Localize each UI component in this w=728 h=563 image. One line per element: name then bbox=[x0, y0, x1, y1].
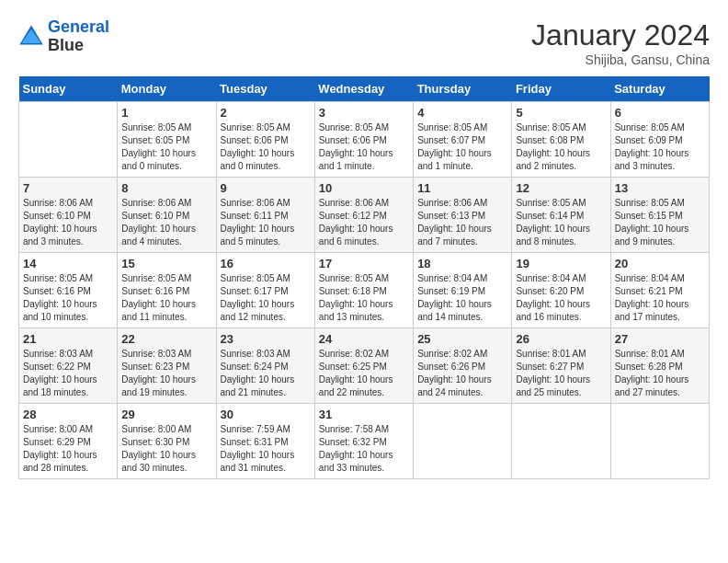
day-number: 21 bbox=[23, 332, 113, 346]
day-number: 17 bbox=[319, 257, 409, 270]
day-info: Sunrise: 8:03 AM Sunset: 6:22 PM Dayligh… bbox=[23, 348, 113, 399]
day-number: 7 bbox=[23, 181, 113, 195]
calendar-cell: 13Sunrise: 8:05 AM Sunset: 6:15 PM Dayli… bbox=[610, 178, 709, 253]
day-number: 23 bbox=[221, 332, 311, 346]
logo: General Blue bbox=[18, 18, 109, 55]
day-info: Sunrise: 8:05 AM Sunset: 6:17 PM Dayligh… bbox=[221, 272, 311, 324]
day-number: 10 bbox=[319, 181, 409, 195]
day-number: 11 bbox=[417, 181, 507, 195]
day-number: 29 bbox=[121, 408, 211, 421]
calendar-cell: 1Sunrise: 8:05 AM Sunset: 6:05 PM Daylig… bbox=[118, 102, 216, 178]
day-number: 9 bbox=[221, 181, 311, 195]
calendar-cell: 2Sunrise: 8:05 AM Sunset: 6:06 PM Daylig… bbox=[216, 102, 314, 178]
day-info: Sunrise: 8:01 AM Sunset: 6:28 PM Dayligh… bbox=[615, 348, 705, 399]
logo-icon bbox=[18, 24, 44, 50]
day-info: Sunrise: 8:04 AM Sunset: 6:19 PM Dayligh… bbox=[417, 272, 507, 324]
calendar-cell: 12Sunrise: 8:05 AM Sunset: 6:14 PM Dayli… bbox=[512, 178, 610, 253]
calendar-cell: 16Sunrise: 8:05 AM Sunset: 6:17 PM Dayli… bbox=[216, 253, 314, 328]
logo-line1: General bbox=[48, 17, 109, 36]
day-info: Sunrise: 8:05 AM Sunset: 6:08 PM Dayligh… bbox=[516, 121, 606, 173]
calendar-table: SundayMondayTuesdayWednesdayThursdayFrid… bbox=[18, 76, 710, 479]
header-cell-thursday: Thursday bbox=[414, 76, 512, 102]
header-cell-sunday: Sunday bbox=[19, 76, 118, 102]
calendar-cell: 24Sunrise: 8:02 AM Sunset: 6:25 PM Dayli… bbox=[314, 328, 413, 404]
header-cell-saturday: Saturday bbox=[610, 76, 709, 102]
logo-text: General Blue bbox=[48, 18, 109, 55]
calendar-cell: 28Sunrise: 8:00 AM Sunset: 6:29 PM Dayli… bbox=[19, 404, 118, 479]
header-row: SundayMondayTuesdayWednesdayThursdayFrid… bbox=[19, 76, 710, 102]
day-info: Sunrise: 8:04 AM Sunset: 6:21 PM Dayligh… bbox=[615, 272, 705, 324]
calendar-cell: 22Sunrise: 8:03 AM Sunset: 6:23 PM Dayli… bbox=[118, 328, 216, 404]
svg-marker-1 bbox=[22, 29, 41, 42]
day-number: 14 bbox=[23, 257, 113, 270]
day-number: 12 bbox=[516, 181, 606, 195]
day-info: Sunrise: 8:06 AM Sunset: 6:11 PM Dayligh… bbox=[221, 197, 311, 248]
day-number: 8 bbox=[121, 181, 211, 195]
day-info: Sunrise: 8:05 AM Sunset: 6:18 PM Dayligh… bbox=[319, 272, 409, 324]
day-info: Sunrise: 8:04 AM Sunset: 6:20 PM Dayligh… bbox=[516, 272, 606, 324]
day-info: Sunrise: 8:03 AM Sunset: 6:23 PM Dayligh… bbox=[121, 348, 211, 399]
day-info: Sunrise: 8:05 AM Sunset: 6:07 PM Dayligh… bbox=[417, 121, 507, 173]
day-info: Sunrise: 8:05 AM Sunset: 6:09 PM Dayligh… bbox=[615, 121, 705, 173]
day-number: 15 bbox=[121, 257, 211, 270]
day-info: Sunrise: 8:05 AM Sunset: 6:15 PM Dayligh… bbox=[615, 197, 705, 248]
week-row-3: 14Sunrise: 8:05 AM Sunset: 6:16 PM Dayli… bbox=[19, 253, 710, 328]
day-number: 22 bbox=[121, 332, 211, 346]
calendar-cell: 17Sunrise: 8:05 AM Sunset: 6:18 PM Dayli… bbox=[314, 253, 413, 328]
week-row-1: 1Sunrise: 8:05 AM Sunset: 6:05 PM Daylig… bbox=[19, 102, 710, 178]
calendar-cell: 29Sunrise: 8:00 AM Sunset: 6:30 PM Dayli… bbox=[118, 404, 216, 479]
day-info: Sunrise: 8:05 AM Sunset: 6:06 PM Dayligh… bbox=[319, 121, 409, 173]
page-header: General Blue January 2024 Shijiba, Gansu… bbox=[18, 18, 710, 67]
calendar-subtitle: Shijiba, Gansu, China bbox=[531, 52, 710, 67]
calendar-cell: 8Sunrise: 8:06 AM Sunset: 6:10 PM Daylig… bbox=[118, 178, 216, 253]
calendar-cell: 14Sunrise: 8:05 AM Sunset: 6:16 PM Dayli… bbox=[19, 253, 118, 328]
calendar-cell bbox=[610, 404, 709, 479]
day-number: 19 bbox=[516, 257, 606, 270]
calendar-cell: 7Sunrise: 8:06 AM Sunset: 6:10 PM Daylig… bbox=[19, 178, 118, 253]
day-number: 24 bbox=[319, 332, 409, 346]
calendar-cell: 30Sunrise: 7:59 AM Sunset: 6:31 PM Dayli… bbox=[216, 404, 314, 479]
day-number: 13 bbox=[615, 181, 705, 195]
header-cell-monday: Monday bbox=[118, 76, 216, 102]
day-info: Sunrise: 8:02 AM Sunset: 6:25 PM Dayligh… bbox=[319, 348, 409, 399]
day-info: Sunrise: 8:05 AM Sunset: 6:14 PM Dayligh… bbox=[516, 197, 606, 248]
calendar-cell: 15Sunrise: 8:05 AM Sunset: 6:16 PM Dayli… bbox=[118, 253, 216, 328]
day-info: Sunrise: 8:06 AM Sunset: 6:10 PM Dayligh… bbox=[23, 197, 113, 248]
day-info: Sunrise: 8:06 AM Sunset: 6:10 PM Dayligh… bbox=[121, 197, 211, 248]
title-block: January 2024 Shijiba, Gansu, China bbox=[531, 18, 710, 67]
day-number: 3 bbox=[319, 106, 409, 120]
header-cell-friday: Friday bbox=[512, 76, 610, 102]
day-info: Sunrise: 7:59 AM Sunset: 6:31 PM Dayligh… bbox=[221, 423, 311, 475]
calendar-cell: 27Sunrise: 8:01 AM Sunset: 6:28 PM Dayli… bbox=[610, 328, 709, 404]
calendar-cell bbox=[512, 404, 610, 479]
day-number: 26 bbox=[516, 332, 606, 346]
day-info: Sunrise: 8:01 AM Sunset: 6:27 PM Dayligh… bbox=[516, 348, 606, 399]
day-info: Sunrise: 8:06 AM Sunset: 6:13 PM Dayligh… bbox=[417, 197, 507, 248]
day-number: 20 bbox=[615, 257, 705, 270]
day-number: 28 bbox=[23, 408, 113, 421]
calendar-cell: 18Sunrise: 8:04 AM Sunset: 6:19 PM Dayli… bbox=[414, 253, 512, 328]
calendar-cell bbox=[19, 102, 118, 178]
day-number: 4 bbox=[417, 106, 507, 120]
calendar-cell: 10Sunrise: 8:06 AM Sunset: 6:12 PM Dayli… bbox=[314, 178, 413, 253]
calendar-cell: 4Sunrise: 8:05 AM Sunset: 6:07 PM Daylig… bbox=[414, 102, 512, 178]
week-row-4: 21Sunrise: 8:03 AM Sunset: 6:22 PM Dayli… bbox=[19, 328, 710, 404]
calendar-cell: 31Sunrise: 7:58 AM Sunset: 6:32 PM Dayli… bbox=[314, 404, 413, 479]
day-info: Sunrise: 8:05 AM Sunset: 6:16 PM Dayligh… bbox=[23, 272, 113, 324]
day-number: 16 bbox=[221, 257, 311, 270]
calendar-cell: 21Sunrise: 8:03 AM Sunset: 6:22 PM Dayli… bbox=[19, 328, 118, 404]
calendar-cell: 25Sunrise: 8:02 AM Sunset: 6:26 PM Dayli… bbox=[414, 328, 512, 404]
day-number: 2 bbox=[221, 106, 311, 120]
calendar-cell: 20Sunrise: 8:04 AM Sunset: 6:21 PM Dayli… bbox=[610, 253, 709, 328]
day-info: Sunrise: 8:05 AM Sunset: 6:16 PM Dayligh… bbox=[121, 272, 211, 324]
day-number: 25 bbox=[417, 332, 507, 346]
calendar-cell: 11Sunrise: 8:06 AM Sunset: 6:13 PM Dayli… bbox=[414, 178, 512, 253]
calendar-cell: 5Sunrise: 8:05 AM Sunset: 6:08 PM Daylig… bbox=[512, 102, 610, 178]
day-info: Sunrise: 8:00 AM Sunset: 6:29 PM Dayligh… bbox=[23, 423, 113, 475]
day-number: 30 bbox=[221, 408, 311, 421]
header-cell-tuesday: Tuesday bbox=[216, 76, 314, 102]
day-info: Sunrise: 8:05 AM Sunset: 6:06 PM Dayligh… bbox=[221, 121, 311, 173]
calendar-cell: 19Sunrise: 8:04 AM Sunset: 6:20 PM Dayli… bbox=[512, 253, 610, 328]
day-info: Sunrise: 8:00 AM Sunset: 6:30 PM Dayligh… bbox=[121, 423, 211, 475]
header-cell-wednesday: Wednesday bbox=[314, 76, 413, 102]
